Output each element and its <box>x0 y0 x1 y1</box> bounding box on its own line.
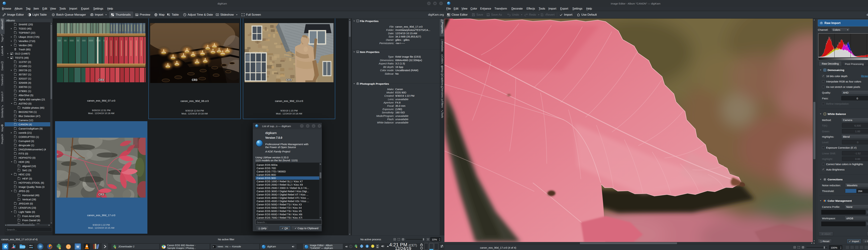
svg-text:W: W <box>76 245 79 248</box>
